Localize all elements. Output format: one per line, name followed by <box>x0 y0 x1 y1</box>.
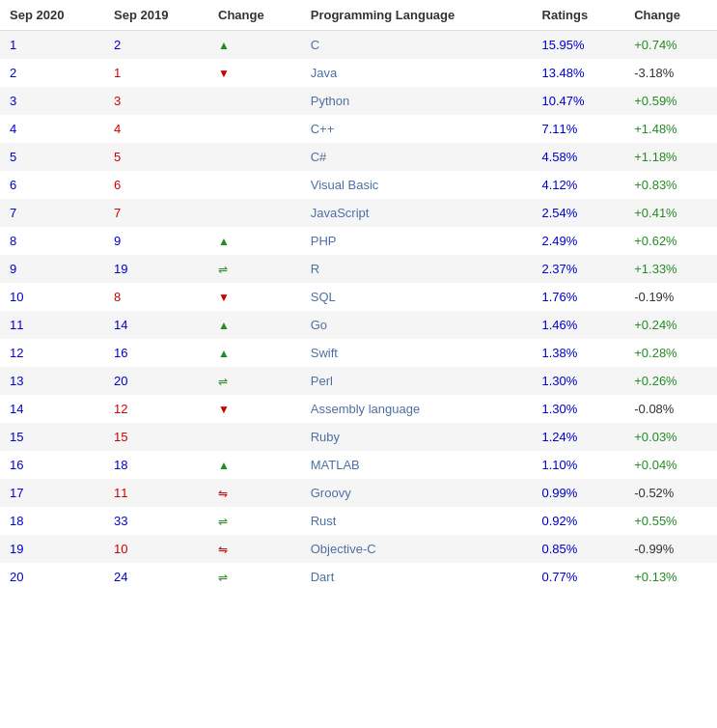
tiobe-index-table: Sep 2020 Sep 2019 Change Programming Lan… <box>0 0 717 591</box>
rank-current: 13 <box>0 367 104 395</box>
rank-prev: 19 <box>104 255 208 283</box>
change-arrow-cell: ▲ <box>208 31 301 60</box>
rank-prev: 24 <box>104 563 208 591</box>
change-value-cell: -3.18% <box>624 59 717 87</box>
change-value-cell: +0.55% <box>624 507 717 535</box>
lang-name-cell: Assembly language <box>301 395 533 423</box>
rank-current: 16 <box>0 451 104 479</box>
change-arrow-cell: ⇌ <box>208 563 301 591</box>
header-ratings: Ratings <box>533 0 625 31</box>
change-value-cell: +0.13% <box>624 563 717 591</box>
lang-name-cell: Ruby <box>301 423 533 451</box>
lang-name-cell: C <box>301 31 533 60</box>
lang-name-cell: C++ <box>301 115 533 143</box>
rating-cell: 2.49% <box>533 227 625 255</box>
arrow-down-icon: ▼ <box>218 67 230 80</box>
lang-name-cell: Visual Basic <box>301 171 533 199</box>
change-arrow-cell: ▲ <box>208 339 301 367</box>
change-arrow-cell: ▼ <box>208 59 301 87</box>
rating-cell: 0.85% <box>533 535 625 563</box>
lang-name-cell: Dart <box>301 563 533 591</box>
table-row: 12▲C15.95%+0.74% <box>0 31 717 60</box>
table-row: 1910⇋Objective-C0.85%-0.99% <box>0 535 717 563</box>
lang-name-cell: Groovy <box>301 479 533 507</box>
lang-name-cell: C# <box>301 143 533 171</box>
rank-current: 10 <box>0 283 104 311</box>
rank-prev: 9 <box>104 227 208 255</box>
change-arrow-cell <box>208 143 301 171</box>
table-header-row: Sep 2020 Sep 2019 Change Programming Lan… <box>0 0 717 31</box>
rank-current: 15 <box>0 423 104 451</box>
change-arrow-cell: ⇌ <box>208 367 301 395</box>
table-row: 1833⇌Rust0.92%+0.55% <box>0 507 717 535</box>
rank-prev: 4 <box>104 115 208 143</box>
change-value-cell: +0.59% <box>624 87 717 115</box>
change-arrow-cell: ⇌ <box>208 255 301 283</box>
rank-prev: 10 <box>104 535 208 563</box>
change-arrow-cell: ⇋ <box>208 535 301 563</box>
rank-current: 6 <box>0 171 104 199</box>
change-value-cell: +0.28% <box>624 339 717 367</box>
rank-prev: 14 <box>104 311 208 339</box>
rank-prev: 1 <box>104 59 208 87</box>
change-arrow-cell: ▼ <box>208 283 301 311</box>
rank-current: 8 <box>0 227 104 255</box>
rank-prev: 20 <box>104 367 208 395</box>
double-arrow-up-icon: ⇌ <box>218 375 228 388</box>
change-value-cell: +0.62% <box>624 227 717 255</box>
table-row: 2024⇌Dart0.77%+0.13% <box>0 563 717 591</box>
lang-name-cell: Objective-C <box>301 535 533 563</box>
table-row: 66Visual Basic4.12%+0.83% <box>0 171 717 199</box>
rank-prev: 8 <box>104 283 208 311</box>
table-row: 919⇌R2.37%+1.33% <box>0 255 717 283</box>
rating-cell: 1.24% <box>533 423 625 451</box>
rating-cell: 4.58% <box>533 143 625 171</box>
table-row: 1320⇌Perl1.30%+0.26% <box>0 367 717 395</box>
rating-cell: 1.10% <box>533 451 625 479</box>
lang-name-cell: Rust <box>301 507 533 535</box>
table-row: 1114▲Go1.46%+0.24% <box>0 311 717 339</box>
rating-cell: 10.47% <box>533 87 625 115</box>
lang-name-cell: SQL <box>301 283 533 311</box>
arrow-down-icon: ▼ <box>218 403 230 416</box>
table-row: 1618▲MATLAB1.10%+0.04% <box>0 451 717 479</box>
rating-cell: 1.76% <box>533 283 625 311</box>
rank-current: 20 <box>0 563 104 591</box>
table-row: 89▲PHP2.49%+0.62% <box>0 227 717 255</box>
table-row: 1711⇋Groovy0.99%-0.52% <box>0 479 717 507</box>
arrow-up-icon: ▲ <box>218 39 230 52</box>
double-arrow-down-icon: ⇋ <box>218 487 228 500</box>
arrow-down-icon: ▼ <box>218 291 230 304</box>
rank-prev: 16 <box>104 339 208 367</box>
rank-prev: 18 <box>104 451 208 479</box>
double-arrow-up-icon: ⇌ <box>218 515 228 528</box>
change-value-cell: -0.99% <box>624 535 717 563</box>
rating-cell: 0.99% <box>533 479 625 507</box>
rank-current: 7 <box>0 199 104 227</box>
rank-prev: 5 <box>104 143 208 171</box>
rating-cell: 15.95% <box>533 31 625 60</box>
lang-name-cell: JavaScript <box>301 199 533 227</box>
change-arrow-cell <box>208 115 301 143</box>
lang-name-cell: R <box>301 255 533 283</box>
change-arrow-cell: ▲ <box>208 311 301 339</box>
table-row: 1216▲Swift1.38%+0.28% <box>0 339 717 367</box>
change-value-cell: -0.19% <box>624 283 717 311</box>
lang-name-cell: PHP <box>301 227 533 255</box>
header-change: Change <box>208 0 301 31</box>
lang-name-cell: MATLAB <box>301 451 533 479</box>
change-value-cell: -0.08% <box>624 395 717 423</box>
rank-current: 12 <box>0 339 104 367</box>
double-arrow-up-icon: ⇌ <box>218 263 228 276</box>
table-row: 1515Ruby1.24%+0.03% <box>0 423 717 451</box>
rank-current: 4 <box>0 115 104 143</box>
rank-current: 14 <box>0 395 104 423</box>
change-arrow-cell: ▲ <box>208 227 301 255</box>
header-lang: Programming Language <box>301 0 533 31</box>
rank-prev: 11 <box>104 479 208 507</box>
arrow-up-icon: ▲ <box>218 319 230 332</box>
rating-cell: 7.11% <box>533 115 625 143</box>
lang-name-cell: Swift <box>301 339 533 367</box>
arrow-up-icon: ▲ <box>218 235 230 248</box>
double-arrow-down-icon: ⇋ <box>218 543 228 556</box>
